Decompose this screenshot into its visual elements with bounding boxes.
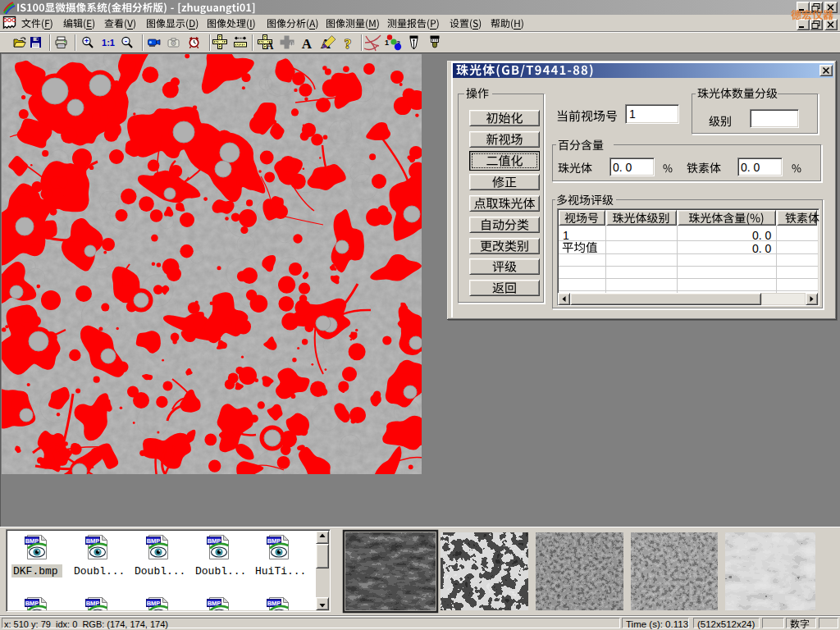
svg-text:+: +: [84, 37, 89, 45]
svg-text:A: A: [302, 36, 313, 52]
svg-text:?: ?: [345, 36, 352, 52]
svg-text:A: A: [267, 40, 274, 52]
svg-text:1: 1: [385, 39, 389, 47]
svg-text:1:1: 1:1: [102, 38, 115, 48]
svg-text:-: -: [125, 37, 127, 45]
